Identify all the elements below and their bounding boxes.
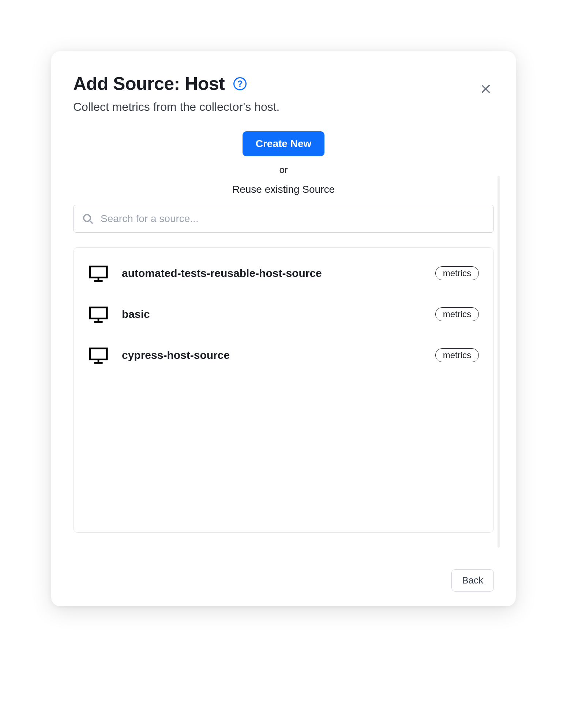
svg-line-3 [90,221,92,223]
source-name: cypress-host-source [122,349,435,361]
source-name: basic [122,308,435,320]
source-list: automated-tests-reusable-host-source met… [73,247,494,533]
close-button[interactable] [478,81,494,97]
svg-rect-4 [90,266,107,277]
title-line: Add Source: Host ? [73,73,478,94]
status-badge: metrics [435,348,479,362]
list-item[interactable]: cypress-host-source metrics [74,335,493,376]
monitor-icon [88,345,109,365]
modal-footer: Back [73,569,494,592]
monitor-icon [88,263,109,284]
source-name: automated-tests-reusable-host-source [122,267,435,279]
create-or-reuse-section: Create New or Reuse existing Source [73,131,494,195]
search-input[interactable] [101,213,485,225]
close-icon [480,83,492,95]
search-field-wrap[interactable] [73,205,494,233]
back-button[interactable]: Back [451,569,494,592]
list-item[interactable]: automated-tests-reusable-host-source met… [74,253,493,294]
scrollbar-track[interactable] [497,176,500,548]
or-separator: or [279,164,288,176]
header-left: Add Source: Host ? Collect metrics from … [73,73,478,114]
modal-header: Add Source: Host ? Collect metrics from … [73,73,494,114]
monitor-icon [88,304,109,324]
modal-subtitle: Collect metrics from the collector's hos… [73,100,478,114]
create-new-button[interactable]: Create New [243,131,325,156]
add-source-modal: Add Source: Host ? Collect metrics from … [51,51,516,606]
svg-rect-10 [90,348,107,359]
svg-rect-7 [90,307,107,318]
status-badge: metrics [435,307,479,321]
help-icon[interactable]: ? [233,77,247,90]
modal-title: Add Source: Host [73,73,225,94]
modal-content: Create New or Reuse existing Source auto… [73,131,494,592]
reuse-heading: Reuse existing Source [232,184,335,195]
search-icon [82,213,94,225]
list-item[interactable]: basic metrics [74,294,493,335]
status-badge: metrics [435,266,479,280]
